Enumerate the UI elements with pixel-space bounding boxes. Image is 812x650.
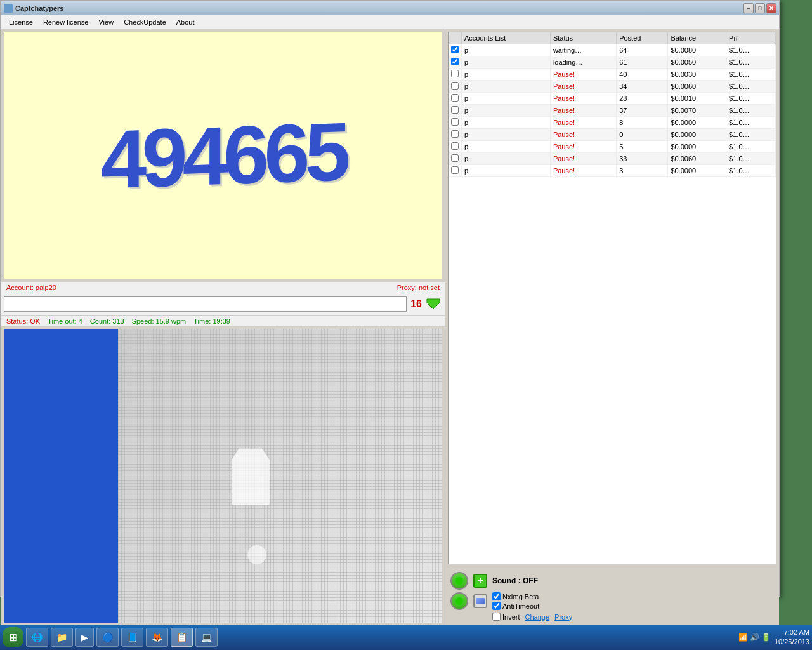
change-link[interactable]: Change bbox=[525, 613, 550, 621]
submit-arrow-button[interactable] bbox=[424, 295, 442, 313]
account-name: p bbox=[462, 141, 551, 153]
captcha-text: 494665 bbox=[101, 103, 346, 207]
start-button-2[interactable] bbox=[450, 592, 468, 610]
table-row[interactable]: p Pause! 34 $0.0060 $1.0… bbox=[449, 81, 776, 93]
account-posted: 64 bbox=[617, 44, 668, 56]
account-pri: $1.0… bbox=[726, 93, 776, 105]
start-button[interactable]: ⊞ bbox=[3, 627, 23, 647]
menu-about[interactable]: About bbox=[171, 17, 200, 27]
account-status: Pause! bbox=[550, 153, 616, 165]
controls-row-1: + Sound : OFF bbox=[450, 572, 774, 590]
taskbar-firefox[interactable]: 🦊 bbox=[146, 628, 168, 647]
menu-license[interactable]: License bbox=[4, 17, 38, 27]
start-button-1[interactable] bbox=[450, 572, 468, 590]
row-checkbox-cell[interactable] bbox=[449, 81, 462, 93]
account-name: p bbox=[462, 56, 551, 69]
menu-checkupdate[interactable]: CheckUpdate bbox=[119, 17, 171, 27]
account-checkbox[interactable] bbox=[451, 106, 459, 114]
invert-label[interactable]: Invert bbox=[492, 613, 520, 621]
account-pri: $1.0… bbox=[726, 153, 776, 165]
table-row[interactable]: p Pause! 33 $0.0060 $1.0… bbox=[449, 153, 776, 165]
nximg-beta-checkbox[interactable] bbox=[492, 592, 501, 600]
account-checkbox[interactable] bbox=[451, 70, 459, 77]
account-posted: 34 bbox=[617, 81, 668, 93]
table-row[interactable]: p Pause! 28 $0.0010 $1.0… bbox=[449, 93, 776, 105]
minimize-button[interactable]: − bbox=[743, 3, 754, 13]
controls-row-3: Invert Change Proxy bbox=[450, 613, 774, 621]
account-balance: $0.0000 bbox=[668, 141, 726, 153]
row-checkbox-cell[interactable] bbox=[449, 129, 462, 141]
account-posted: 8 bbox=[617, 117, 668, 129]
table-row[interactable]: p waiting… 64 $0.0080 $1.0… bbox=[449, 44, 776, 56]
table-row[interactable]: p Pause! 37 $0.0070 $1.0… bbox=[449, 105, 776, 117]
account-balance: $0.0000 bbox=[668, 129, 726, 141]
row-checkbox-cell[interactable] bbox=[449, 165, 462, 177]
taskbar-app2[interactable]: 📋 bbox=[171, 628, 193, 647]
account-pri: $1.0… bbox=[726, 141, 776, 153]
account-checkbox[interactable] bbox=[451, 154, 459, 162]
account-balance: $0.0030 bbox=[668, 69, 726, 81]
account-checkbox[interactable] bbox=[451, 94, 459, 102]
player-icon: ▶ bbox=[81, 632, 88, 642]
table-row[interactable]: p Pause! 5 $0.0000 $1.0… bbox=[449, 141, 776, 153]
nximg-beta-label[interactable]: NxImg Beta bbox=[492, 592, 539, 600]
table-row[interactable]: p Pause! 3 $0.0000 $1.0… bbox=[449, 165, 776, 177]
account-pri: $1.0… bbox=[726, 105, 776, 117]
account-pri: $1.0… bbox=[726, 165, 776, 177]
account-checkbox[interactable] bbox=[451, 142, 459, 150]
app3-icon: 💻 bbox=[201, 632, 212, 642]
account-pri: $1.0… bbox=[726, 69, 776, 81]
menu-renew-license[interactable]: Renew license bbox=[38, 17, 94, 27]
account-pri: $1.0… bbox=[726, 56, 776, 69]
row-checkbox-cell[interactable] bbox=[449, 56, 462, 69]
app-title: Captchatypers bbox=[15, 4, 63, 12]
close-button[interactable]: ✕ bbox=[766, 3, 776, 13]
row-checkbox-cell[interactable] bbox=[449, 105, 462, 117]
captcha-input[interactable] bbox=[4, 296, 407, 312]
account-checkbox[interactable] bbox=[451, 130, 459, 138]
controls-row-2: NxImg Beta AntiTimeout bbox=[450, 592, 774, 610]
row-checkbox-cell[interactable] bbox=[449, 141, 462, 153]
accounts-table: Accounts List Status Posted Balance Pri … bbox=[449, 32, 776, 177]
col-check bbox=[449, 32, 462, 44]
col-posted: Posted bbox=[617, 32, 668, 44]
account-status: loading… bbox=[550, 56, 616, 69]
account-checkbox[interactable] bbox=[451, 58, 459, 65]
antitimeout-label[interactable]: AntiTimeout bbox=[492, 602, 539, 610]
maximize-button[interactable]: □ bbox=[755, 3, 765, 13]
row-checkbox-cell[interactable] bbox=[449, 153, 462, 165]
table-row[interactable]: p Pause! 40 $0.0030 $1.0… bbox=[449, 69, 776, 81]
taskbar-app1[interactable]: 📘 bbox=[121, 628, 143, 647]
antitimeout-checkbox[interactable] bbox=[492, 602, 501, 610]
menu-view[interactable]: View bbox=[93, 17, 119, 27]
account-checkbox[interactable] bbox=[451, 166, 459, 174]
accounts-table-wrapper[interactable]: Accounts List Status Posted Balance Pri … bbox=[448, 32, 776, 564]
row-checkbox-cell[interactable] bbox=[449, 69, 462, 81]
table-row[interactable]: p Pause! 0 $0.0000 $1.0… bbox=[449, 129, 776, 141]
table-row[interactable]: p loading… 61 $0.0050 $1.0… bbox=[449, 56, 776, 69]
account-pri: $1.0… bbox=[726, 117, 776, 129]
app1-icon: 📘 bbox=[127, 632, 138, 642]
row-checkbox-cell[interactable] bbox=[449, 44, 462, 56]
row-checkbox-cell[interactable] bbox=[449, 93, 462, 105]
table-row[interactable]: p Pause! 8 $0.0000 $1.0… bbox=[449, 117, 776, 129]
proxy-label: Proxy: not set bbox=[397, 284, 440, 291]
account-checkbox[interactable] bbox=[451, 46, 459, 53]
menu-bar: License Renew license View CheckUpdate A… bbox=[1, 15, 779, 29]
invert-checkbox[interactable] bbox=[492, 613, 501, 621]
secondary-captcha-display bbox=[4, 329, 442, 623]
image-settings-button[interactable] bbox=[473, 594, 487, 608]
add-account-button[interactable]: + bbox=[473, 574, 487, 588]
status-bar: Status: OK Time out: 4 Count: 313 Speed:… bbox=[1, 315, 445, 326]
taskbar-chrome[interactable]: 🔵 bbox=[96, 628, 119, 647]
proxy-link[interactable]: Proxy bbox=[554, 613, 572, 621]
account-balance: $0.0060 bbox=[668, 153, 726, 165]
taskbar-app3[interactable]: 💻 bbox=[195, 628, 218, 647]
account-checkbox[interactable] bbox=[451, 82, 459, 90]
account-checkbox[interactable] bbox=[451, 118, 459, 126]
taskbar-player[interactable]: ▶ bbox=[75, 628, 94, 647]
account-name: p bbox=[462, 44, 551, 56]
taskbar-ie[interactable]: 🌐 bbox=[26, 628, 48, 647]
taskbar-explorer[interactable]: 📁 bbox=[51, 628, 73, 647]
row-checkbox-cell[interactable] bbox=[449, 117, 462, 129]
